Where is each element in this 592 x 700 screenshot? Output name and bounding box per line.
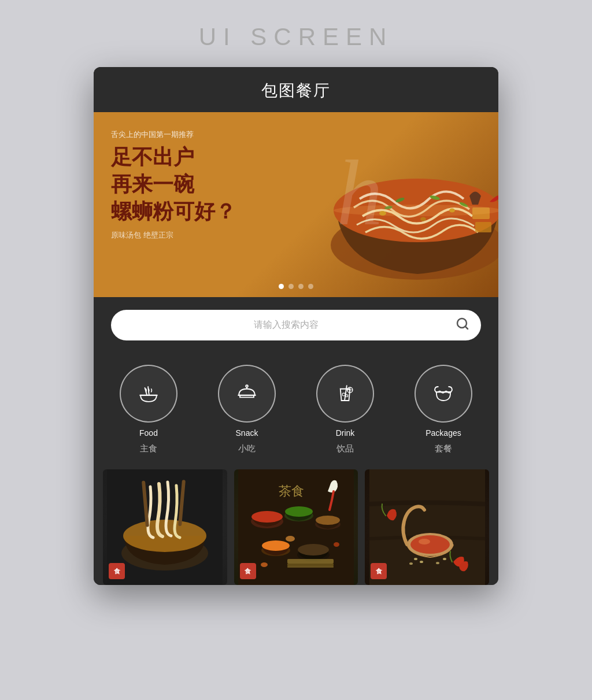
category-packages-label-cn: 套餐 xyxy=(435,443,452,454)
banner-content: 舌尖上的中国第一期推荐 足不出户 再来一碗 螺蛳粉可好？ 原味汤包 绝壁正宗 xyxy=(111,129,236,240)
food-badge-sauce: 食 xyxy=(371,563,387,579)
category-snack-circle xyxy=(218,365,276,423)
food-badge-noodle: 食 xyxy=(109,563,125,579)
food-grid: 食 茶食 xyxy=(94,460,498,585)
search-placeholder-text: 请输入搜索内容 xyxy=(123,319,450,331)
category-food-circle xyxy=(120,365,177,423)
app-header: 包图餐厅 xyxy=(94,67,498,112)
banner-subtitle: 舌尖上的中国第一期推荐 xyxy=(111,129,236,140)
svg-point-56 xyxy=(436,562,439,564)
search-icon[interactable] xyxy=(456,317,469,334)
dot-1[interactable] xyxy=(279,284,284,289)
svg-rect-47 xyxy=(287,566,334,568)
svg-point-50 xyxy=(410,535,450,554)
svg-point-41 xyxy=(298,544,329,555)
category-snack[interactable]: Snack 小吃 xyxy=(218,365,276,454)
food-card-spices[interactable]: 茶食 xyxy=(234,469,358,585)
svg-point-8 xyxy=(420,217,426,221)
svg-point-55 xyxy=(443,558,446,560)
category-packages[interactable]: Packages 套餐 xyxy=(415,365,472,454)
svg-point-17 xyxy=(246,385,248,387)
food-card-sauce[interactable]: 食 xyxy=(365,469,489,585)
category-drink-label-en: Drink xyxy=(336,428,355,438)
svg-point-39 xyxy=(262,540,290,551)
svg-point-52 xyxy=(414,558,417,560)
svg-rect-46 xyxy=(287,564,334,566)
category-food-label-cn: 主食 xyxy=(140,443,157,454)
svg-rect-10 xyxy=(475,222,491,232)
svg-point-44 xyxy=(334,542,339,547)
banner-headline-line2: 再来一碗 xyxy=(111,172,236,197)
banner-tagline: 原味汤包 绝壁正宗 xyxy=(111,230,236,240)
svg-line-13 xyxy=(465,327,468,329)
category-snack-label-cn: 小吃 xyxy=(238,443,256,454)
svg-point-33 xyxy=(251,511,283,523)
svg-point-37 xyxy=(316,516,340,525)
category-food-label-en: Food xyxy=(139,428,158,438)
svg-rect-45 xyxy=(287,559,334,564)
svg-point-35 xyxy=(285,506,313,517)
app-title: 包图餐厅 xyxy=(94,80,498,102)
category-drink-label-cn: 饮品 xyxy=(336,443,354,454)
category-drink[interactable]: Drink 饮品 xyxy=(316,365,374,454)
svg-point-51 xyxy=(419,539,430,545)
category-packages-circle xyxy=(415,365,472,423)
hero-banner[interactable]: h xyxy=(94,112,498,297)
banner-food-image xyxy=(290,112,498,297)
svg-point-42 xyxy=(286,536,295,542)
svg-point-43 xyxy=(261,562,268,567)
banner-decorative-letter: h xyxy=(336,147,383,239)
phone-frame: 包图餐厅 h xyxy=(94,67,498,585)
search-section: 请输入搜索内容 xyxy=(94,297,498,351)
svg-rect-22 xyxy=(342,393,345,396)
dot-3[interactable] xyxy=(298,284,304,289)
category-packages-label-en: Packages xyxy=(426,428,461,438)
svg-point-53 xyxy=(420,561,423,563)
category-snack-label-en: Snack xyxy=(236,428,258,438)
category-food[interactable]: Food 主食 xyxy=(120,365,177,454)
svg-point-54 xyxy=(409,562,413,565)
page-watermark: UI SCREEN xyxy=(199,23,394,51)
dot-2[interactable] xyxy=(288,284,294,289)
food-card-noodle[interactable]: 食 xyxy=(103,469,227,585)
category-drink-circle xyxy=(316,365,374,423)
food-badge-spices: 食 xyxy=(240,563,256,579)
svg-text:茶食: 茶食 xyxy=(279,484,304,498)
categories-section: Food 主食 Snack 小吃 xyxy=(94,351,498,460)
banner-headline-line1: 足不出户 xyxy=(111,145,236,169)
dot-4[interactable] xyxy=(308,284,313,289)
svg-rect-23 xyxy=(346,395,348,397)
banner-headline-line3: 螺蛳粉可好？ xyxy=(111,199,236,224)
carousel-dots xyxy=(279,284,313,289)
search-bar[interactable]: 请输入搜索内容 xyxy=(111,310,481,340)
